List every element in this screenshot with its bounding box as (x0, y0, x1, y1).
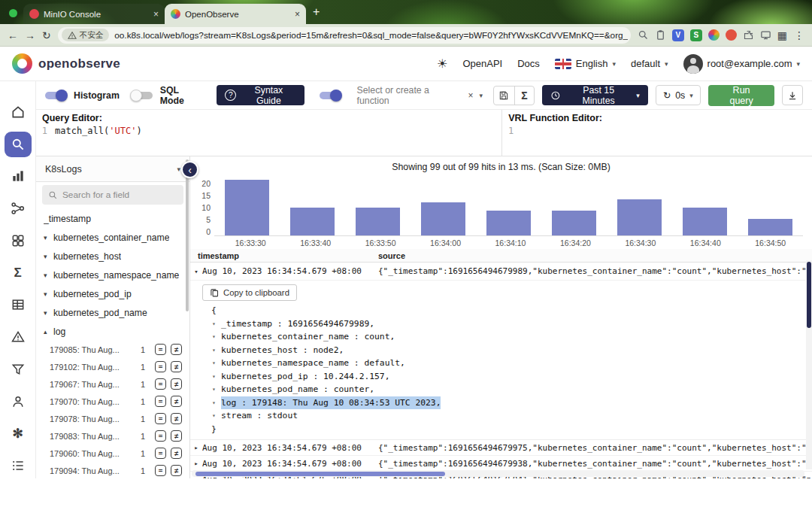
copy-to-clipboard-button[interactable]: Copy to clipboard (202, 284, 297, 301)
red-extension-icon[interactable] (726, 29, 737, 41)
function-select[interactable]: Select or create a function × ▾ (357, 85, 483, 106)
pipelines-icon[interactable] (5, 196, 32, 221)
exclude-filter-button[interactable]: ≠ (171, 413, 182, 424)
fields-scrollbar-thumb[interactable] (186, 159, 189, 311)
vertical-scrollbar[interactable] (806, 260, 812, 469)
search-logs-icon[interactable] (5, 132, 32, 157)
colorful-extension-icon[interactable] (708, 29, 720, 41)
refresh-interval-button[interactable]: ↻ 0s ▾ (656, 85, 701, 105)
organization-selector[interactable]: default ▾ (631, 58, 668, 69)
vrl-function-toggle[interactable] (320, 92, 341, 99)
syntax-guide-button[interactable]: ? Syntax Guide (217, 85, 304, 105)
field-item-log[interactable]: ▴ log (36, 322, 189, 341)
security-chip[interactable]: 不安全 (62, 29, 110, 41)
field-value-row[interactable]: 179102: Thu Aug... 1 = ≠ (36, 358, 189, 375)
browser-menu-icon[interactable]: ⋮ (794, 30, 804, 41)
bar-chart-icon[interactable] (5, 164, 32, 190)
slack-icon[interactable]: ✻ (5, 421, 32, 447)
v-extension-icon[interactable]: V (672, 29, 684, 41)
exclude-filter-button[interactable]: ≠ (171, 378, 182, 390)
field-item-kubernetes_namespace_name[interactable]: ▾ kubernetes_namespace_name (36, 266, 189, 284)
json-chevron-icon[interactable]: ▾ (212, 383, 221, 396)
field-item-kubernetes_container_name[interactable]: ▾ kubernetes_container_name (36, 228, 189, 247)
user-menu[interactable]: root@example.com ▾ (683, 54, 800, 74)
include-filter-button[interactable]: = (155, 413, 166, 424)
fields-scrollbar[interactable] (186, 158, 189, 477)
vrl-function-editor[interactable]: VRL Function Editor: 1 (501, 110, 812, 156)
json-chevron-icon[interactable]: ▾ (212, 344, 221, 357)
new-tab-button[interactable]: + (313, 5, 320, 19)
functions-sigma-icon[interactable]: Σ (5, 260, 32, 286)
source-column-header[interactable]: source (378, 251, 812, 260)
query-code[interactable]: match_all('UTC') (55, 126, 142, 136)
search-extension-icon[interactable] (638, 29, 649, 41)
tab-close-icon[interactable]: × (153, 9, 159, 20)
list-icon[interactable] (5, 453, 32, 478)
json-chevron-icon[interactable]: ▾ (212, 330, 221, 344)
include-filter-button[interactable]: = (155, 448, 166, 459)
stream-selector[interactable]: K8sLogs ▾ (36, 156, 189, 182)
dashboards-icon[interactable] (5, 228, 32, 254)
include-filter-button[interactable]: = (155, 361, 166, 372)
clipboard-extension-icon[interactable] (655, 29, 666, 41)
query-editor[interactable]: Query Editor: 1 match_all('UTC') (36, 110, 501, 156)
docs-link[interactable]: Docs (517, 58, 540, 69)
json-chevron-icon[interactable]: ▾ (212, 396, 221, 410)
field-value-row[interactable]: 179078: Thu Aug... 1 = ≠ (36, 410, 189, 427)
include-filter-button[interactable]: = (155, 430, 166, 442)
exclude-filter-button[interactable]: ≠ (171, 465, 182, 476)
json-chevron-icon[interactable]: ▾ (212, 370, 221, 384)
vertical-scrollbar-thumb[interactable] (807, 262, 811, 328)
run-query-button[interactable]: Run query (708, 85, 775, 106)
exclude-filter-button[interactable]: ≠ (171, 396, 182, 407)
include-filter-button[interactable]: = (155, 396, 166, 407)
field-item-kubernetes_pod_ip[interactable]: ▾ kubernetes_pod_ip (36, 284, 189, 303)
url-bar[interactable]: 不安全 oo.k8s.local/web/logs?stream=K8sLogs… (58, 27, 631, 44)
field-value-row[interactable]: 179067: Thu Aug... 1 = ≠ (36, 375, 189, 393)
expand-chevron-icon[interactable]: ▸ (190, 460, 202, 467)
field-value-row[interactable]: 179083: Thu Aug... 1 = ≠ (36, 427, 189, 445)
exclude-filter-button[interactable]: ≠ (171, 361, 182, 372)
home-icon[interactable] (5, 99, 32, 125)
log-table-row[interactable]: ▾ Aug 10, 2023 16:34:54.679 +08:00 {"_ti… (190, 263, 812, 281)
download-results-button[interactable] (782, 85, 803, 105)
time-range-button[interactable]: Past 15 Minutes ▾ (542, 85, 648, 105)
json-chevron-icon[interactable]: ▾ (212, 317, 221, 331)
openobserve-logo[interactable]: openobserve (12, 53, 120, 74)
field-item-kubernetes_pod_name[interactable]: ▾ kubernetes_pod_name (36, 303, 189, 322)
json-chevron-icon[interactable]: ▾ (212, 357, 221, 370)
horizontal-scrollbar[interactable] (192, 470, 804, 477)
field-value-row[interactable]: 179094: Thu Aug... 1 = ≠ (36, 462, 189, 478)
timestamp-column-header[interactable]: timestamp (190, 251, 378, 260)
json-chevron-icon[interactable]: ▾ (212, 409, 221, 423)
exclude-filter-button[interactable]: ≠ (171, 430, 182, 442)
field-value-row[interactable]: 179060: Thu Aug... 1 = ≠ (36, 445, 189, 462)
field-search-box[interactable] (42, 185, 183, 205)
save-function-button[interactable] (494, 87, 514, 105)
clear-icon[interactable]: × (468, 90, 474, 101)
openapi-link[interactable]: OpenAPI (462, 58, 502, 69)
forward-button[interactable]: → (25, 30, 35, 41)
include-filter-button[interactable]: = (155, 465, 166, 476)
browser-tab-openobserve[interactable]: OpenObserve × (165, 4, 306, 24)
users-person-icon[interactable] (5, 389, 32, 414)
apps-grid-icon[interactable]: ▦ (777, 30, 787, 41)
theme-toggle-sun-icon[interactable]: ☀ (437, 56, 447, 71)
exclude-filter-button[interactable]: ≠ (171, 344, 182, 355)
tab-close-icon[interactable]: × (295, 9, 300, 20)
collapse-sidebar-button[interactable]: ‹ (181, 161, 198, 178)
log-table-row[interactable]: ▸ Aug 10, 2023 16:34:54.679 +08:00 {"_ti… (190, 456, 812, 472)
include-filter-button[interactable]: = (155, 378, 166, 390)
exclude-filter-button[interactable]: ≠ (171, 448, 182, 459)
back-button[interactable]: ← (8, 30, 18, 41)
browser-tab-minio[interactable]: MinIO Console × (23, 4, 165, 24)
expand-chevron-icon[interactable]: ▸ (190, 444, 202, 451)
monitor-icon[interactable] (760, 29, 771, 41)
sql-mode-toggle[interactable] (132, 92, 153, 99)
field-item-kubernetes_host[interactable]: ▾ kubernetes_host (36, 247, 189, 266)
field-value-row[interactable]: 179085: Thu Aug... 1 = ≠ (36, 341, 189, 358)
log-table-row[interactable]: ▸ Aug 10, 2023 16:34:54.679 +08:00 {"_ti… (190, 440, 812, 456)
apply-function-sigma-button[interactable]: Σ (514, 87, 535, 105)
field-search-input[interactable] (62, 190, 168, 200)
histogram-toggle[interactable] (45, 92, 66, 99)
